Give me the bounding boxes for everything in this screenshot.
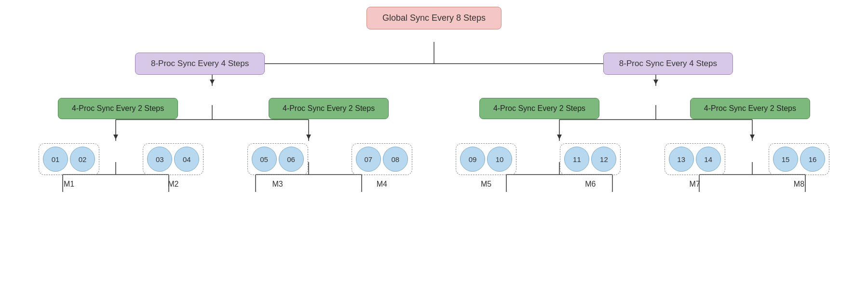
node-03: 03 — [147, 147, 172, 172]
machine-group-m1: 01 02 M1 — [39, 143, 99, 189]
node-14: 14 — [696, 147, 721, 172]
svg-marker-4 — [210, 80, 215, 84]
machine-group-m5: 09 10 M5 — [456, 143, 516, 189]
level4-row: 01 02 M1 03 04 M2 — [19, 143, 849, 189]
machine-label-m6: M6 — [585, 180, 596, 189]
4proc-label-0: 4-Proc Sync Every 2 Steps — [72, 104, 164, 112]
machine-group-m3: 05 06 M3 — [247, 143, 308, 189]
node-05: 05 — [252, 147, 277, 172]
svg-marker-16 — [557, 135, 562, 139]
global-sync-box: Global Sync Every 8 Steps — [366, 7, 502, 29]
4proc-box-3: 4-Proc Sync Every 2 Steps — [690, 98, 810, 119]
4proc-box-1: 4-Proc Sync Every 2 Steps — [269, 98, 389, 119]
machine-group-m7: 13 14 M7 — [665, 143, 725, 189]
nodes-pair-m6: 11 12 — [560, 143, 621, 175]
machine-group-m2: 03 04 M2 — [143, 143, 203, 189]
node-11: 11 — [564, 147, 589, 172]
nodes-pair-m2: 03 04 — [143, 143, 203, 175]
nodes-pair-m1: 01 02 — [39, 143, 99, 175]
node-04: 04 — [174, 147, 199, 172]
node-09: 09 — [460, 147, 485, 172]
machine-label-m8: M8 — [794, 180, 804, 189]
machine-label-m5: M5 — [481, 180, 491, 189]
node-01: 01 — [43, 147, 68, 172]
machine-group-m6: 11 12 M6 — [560, 143, 621, 189]
4proc-label-3: 4-Proc Sync Every 2 Steps — [704, 104, 796, 112]
svg-marker-6 — [653, 80, 658, 84]
nodes-pair-m3: 05 06 — [247, 143, 308, 175]
level1-row: Global Sync Every 8 Steps — [366, 7, 502, 29]
machine-label-m2: M2 — [168, 180, 178, 189]
machine-label-m4: M4 — [377, 180, 387, 189]
nodes-pair-m5: 09 10 — [456, 143, 516, 175]
svg-marker-10 — [113, 135, 118, 139]
node-15: 15 — [773, 147, 798, 172]
machine-group-m8: 15 16 M8 — [769, 143, 829, 189]
node-08: 08 — [383, 147, 408, 172]
4proc-label-1: 4-Proc Sync Every 2 Steps — [283, 104, 375, 112]
node-02: 02 — [70, 147, 95, 172]
node-06: 06 — [279, 147, 304, 172]
level2-row: 8-Proc Sync Every 4 Steps 8-Proc Sync Ev… — [58, 53, 810, 75]
4proc-label-2: 4-Proc Sync Every 2 Steps — [493, 104, 585, 112]
svg-marker-18 — [750, 135, 755, 139]
svg-marker-12 — [306, 135, 311, 139]
node-10: 10 — [487, 147, 512, 172]
4proc-box-0: 4-Proc Sync Every 2 Steps — [58, 98, 178, 119]
node-13: 13 — [669, 147, 694, 172]
8proc-right-label: 8-Proc Sync Every 4 Steps — [619, 59, 717, 68]
nodes-pair-m7: 13 14 — [665, 143, 725, 175]
global-sync-label: Global Sync Every 8 Steps — [382, 13, 486, 23]
node-16: 16 — [800, 147, 825, 172]
nodes-pair-m4: 07 08 — [352, 143, 412, 175]
machine-label-m1: M1 — [64, 180, 74, 189]
4proc-box-2: 4-Proc Sync Every 2 Steps — [479, 98, 599, 119]
nodes-pair-m8: 15 16 — [769, 143, 829, 175]
machine-label-m3: M3 — [272, 180, 283, 189]
node-12: 12 — [591, 147, 616, 172]
machine-group-m4: 07 08 M4 — [352, 143, 412, 189]
machine-label-m7: M7 — [690, 180, 700, 189]
level3-row: 4-Proc Sync Every 2 Steps 4-Proc Sync Ev… — [29, 98, 839, 119]
8proc-right-box: 8-Proc Sync Every 4 Steps — [603, 53, 733, 75]
node-07: 07 — [356, 147, 381, 172]
8proc-left-box: 8-Proc Sync Every 4 Steps — [135, 53, 265, 75]
diagram-container: Global Sync Every 8 Steps 8-Proc Sync Ev… — [0, 0, 868, 299]
8proc-left-label: 8-Proc Sync Every 4 Steps — [151, 59, 249, 68]
